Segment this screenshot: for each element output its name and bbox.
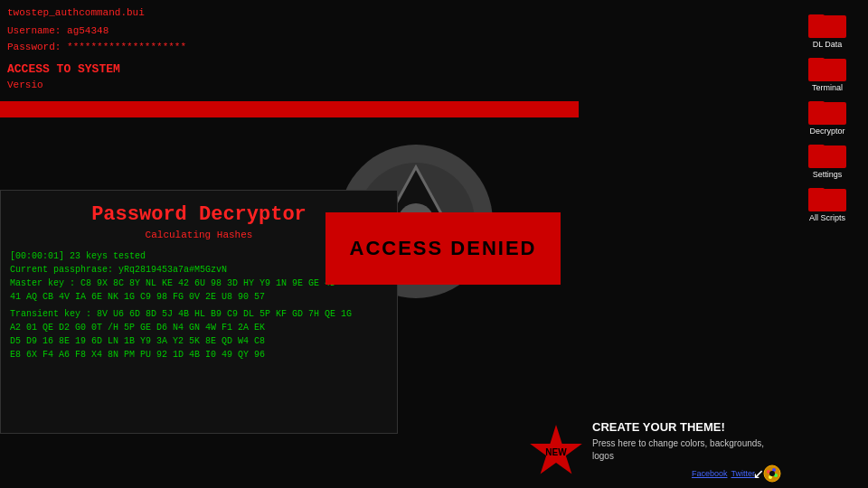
version-label: Versio xyxy=(7,80,571,90)
sidebar-item-terminal[interactable]: Terminal xyxy=(791,52,863,92)
promo-title: CREATE YOUR THEME! xyxy=(592,420,782,434)
promo-text: CREATE YOUR THEME! Press here to change … xyxy=(592,420,782,463)
sidebar-label-allscripts: All Scripts xyxy=(809,213,845,222)
twitter-link[interactable]: Twitter xyxy=(731,469,755,478)
credentials: Username: ag54348 Password: ************… xyxy=(7,23,571,55)
sidebar-label-decryptor: Decryptor xyxy=(809,127,844,136)
log-line-6: A2 01 QE D2 G0 0T /H 5P GE D6 N4 GN 4W F… xyxy=(10,321,388,334)
sidebar-label-settings: Settings xyxy=(813,170,843,179)
log-line-8: E8 6X F4 A6 F8 X4 8N PM PU 92 1D 4B I0 4… xyxy=(10,348,388,361)
sidebar-item-allscripts[interactable]: All Scripts xyxy=(791,183,863,222)
sidebar-item-decryptor[interactable]: Decryptor xyxy=(791,96,863,136)
log-line-5: Transient key : 8V U6 6D 8D 5J 4B HL B9 … xyxy=(10,307,388,321)
sidebar-item-dldata[interactable]: DL Data xyxy=(791,9,863,49)
svg-point-9 xyxy=(769,471,775,476)
paint-palette-icon xyxy=(762,464,782,483)
folder-icon-terminal xyxy=(808,52,846,81)
facebook-link[interactable]: Facebook xyxy=(692,469,728,478)
password-label: Password: xyxy=(7,42,61,52)
log-line-4: 41 AQ CB 4V IA 6E NK 1G C9 98 FG 0V 2E U… xyxy=(10,290,388,304)
new-badge: NEW xyxy=(529,425,583,479)
folder-icon-decryptor xyxy=(808,96,846,125)
folder-icon-settings xyxy=(808,139,846,168)
social-bar: Facebook Twitter xyxy=(692,464,782,483)
username-label: Username: xyxy=(7,25,61,36)
folder-icon-dldata xyxy=(808,9,846,38)
sidebar-item-settings[interactable]: Settings xyxy=(791,139,863,179)
promo-desc: Press here to change colors, backgrounds… xyxy=(592,437,782,463)
terminal-header: twostep_authcommand.bui Username: ag5434… xyxy=(0,0,579,101)
access-label: ACCESS TO SYSTEM xyxy=(7,62,571,76)
red-bar xyxy=(0,101,579,117)
filename: twostep_authcommand.bui xyxy=(7,7,571,18)
access-denied-banner: ACCESS DENIED xyxy=(326,212,561,285)
sidebar-label-terminal: Terminal xyxy=(812,83,843,92)
right-sidebar: DL Data Terminal Decryptor Settings All … xyxy=(787,0,868,488)
new-badge-text: NEW xyxy=(545,447,566,457)
folder-icon-allscripts xyxy=(808,183,846,211)
sidebar-label-dldata: DL Data xyxy=(813,40,843,49)
password-value: ******************** xyxy=(67,42,186,52)
username-value: ag54348 xyxy=(67,25,108,36)
access-denied-text: ACCESS DENIED xyxy=(350,237,537,260)
log-line-7: D5 D9 16 8E 19 6D LN 1B Y9 3A Y2 5K 8E Q… xyxy=(10,334,388,348)
